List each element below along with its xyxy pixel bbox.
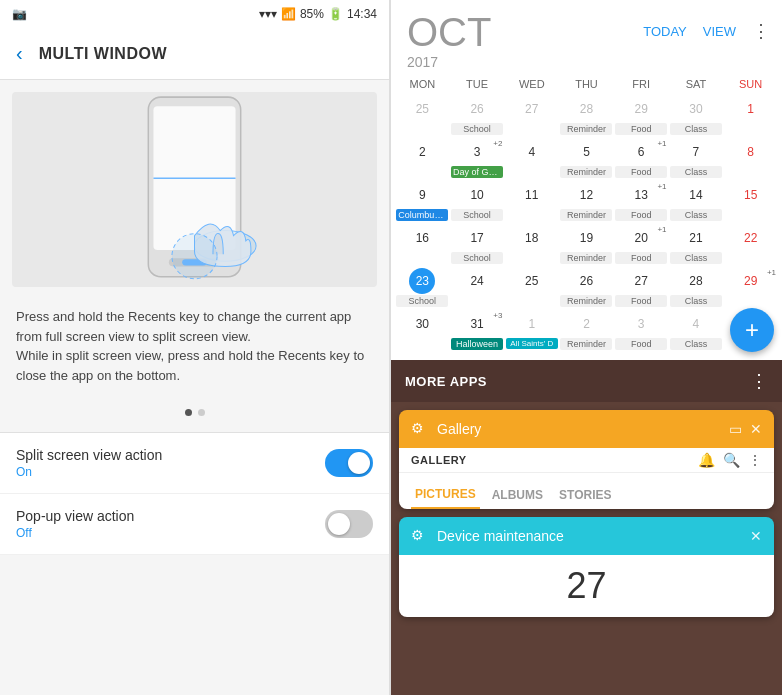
cal-day[interactable]: +23Day of Germ xyxy=(450,137,505,180)
calendar-header: OCT 2017 TODAY VIEW ⋮ xyxy=(391,0,782,74)
popup-view-toggle[interactable] xyxy=(325,510,373,538)
cal-day[interactable]: 2Reminder xyxy=(559,309,614,352)
cal-day[interactable]: 17School xyxy=(450,223,505,266)
cal-day[interactable]: 21Class xyxy=(669,223,724,266)
cal-day-today[interactable]: 23School xyxy=(395,266,450,309)
cal-day[interactable]: +331Halloween xyxy=(450,309,505,352)
days-header: MON TUE WED THU FRI SAT SUN xyxy=(395,74,778,94)
cal-day[interactable]: +120Food xyxy=(614,223,669,266)
cal-day[interactable]: 27 xyxy=(504,94,559,137)
month-name: OCT xyxy=(407,12,491,52)
week-6: 30 +331Halloween 1All Saints' D 2Reminde… xyxy=(395,309,778,352)
settings-section: Split screen view action On Pop-up view … xyxy=(0,432,389,555)
split-screen-setting: Split screen view action On xyxy=(0,433,389,494)
gallery-card-header: ⚙ Gallery ▭ ✕ xyxy=(399,410,774,448)
gallery-card[interactable]: ⚙ Gallery ▭ ✕ GALLERY 🔔 🔍 ⋮ xyxy=(399,410,774,509)
gallery-nav: PICTURES ALBUMS STORIES xyxy=(399,473,774,509)
calendar-section: OCT 2017 TODAY VIEW ⋮ MON TUE WED THU FR… xyxy=(391,0,782,360)
month-display: OCT 2017 xyxy=(407,12,491,70)
app-drawer-section: MORE APPS ⋮ ⚙ Gallery ▭ ✕ G xyxy=(391,360,782,695)
cal-day[interactable]: 1All Saints' D xyxy=(504,309,559,352)
battery-level: 85% xyxy=(300,7,324,21)
gallery-tab-albums[interactable]: ALBUMS xyxy=(488,482,547,508)
gallery-sub-icons: 🔔 🔍 ⋮ xyxy=(698,452,762,468)
gallery-sub-bar: GALLERY 🔔 🔍 ⋮ xyxy=(399,448,774,473)
week-4: 16 17School 18 19Reminder +120Food 21Cla… xyxy=(395,223,778,266)
view-button[interactable]: VIEW xyxy=(703,24,736,39)
cal-day[interactable]: 1 xyxy=(723,94,778,137)
phone-illustration xyxy=(12,92,377,287)
cal-day[interactable]: 3Food xyxy=(614,309,669,352)
cal-day[interactable]: 11 xyxy=(504,180,559,223)
phone-icon: 📷 xyxy=(12,7,27,21)
calendar-more-icon[interactable]: ⋮ xyxy=(752,20,770,42)
split-screen-labels: Split screen view action On xyxy=(16,447,162,479)
add-event-fab[interactable]: + xyxy=(730,308,774,352)
gallery-search-icon[interactable]: 🔍 xyxy=(723,452,740,468)
cal-day[interactable]: 16 xyxy=(395,223,450,266)
gallery-notif-icon[interactable]: 🔔 xyxy=(698,452,715,468)
cal-day[interactable]: 15 xyxy=(723,180,778,223)
cal-day[interactable]: 7Class xyxy=(669,137,724,180)
gallery-more-icon[interactable]: ⋮ xyxy=(748,452,762,468)
cal-day[interactable]: 14Class xyxy=(669,180,724,223)
cal-day[interactable]: +113Food xyxy=(614,180,669,223)
day-tue: TUE xyxy=(450,78,505,90)
page-title: MULTI WINDOW xyxy=(39,45,167,63)
gallery-icon: ⚙ xyxy=(411,420,429,438)
gallery-close-icon[interactable]: ✕ xyxy=(750,421,762,437)
dot-2 xyxy=(198,409,205,416)
week-2: 2 +23Day of Germ 4 5Reminder +16Food 7Cl… xyxy=(395,137,778,180)
cal-day[interactable]: 4 xyxy=(504,137,559,180)
maintenance-name: Device maintenance xyxy=(437,528,564,544)
cal-day[interactable]: 22 xyxy=(723,223,778,266)
day-wed: WED xyxy=(504,78,559,90)
cal-day[interactable]: 26School xyxy=(450,94,505,137)
app-drawer-more-icon[interactable]: ⋮ xyxy=(750,370,768,392)
back-button[interactable]: ‹ xyxy=(16,42,23,65)
cal-day[interactable]: 25 xyxy=(504,266,559,309)
cal-day[interactable]: 10School xyxy=(450,180,505,223)
cal-day[interactable]: 5Reminder xyxy=(559,137,614,180)
cal-day[interactable]: 2 xyxy=(395,137,450,180)
today-button[interactable]: TODAY xyxy=(643,24,687,39)
cal-day[interactable]: 9Columbus D xyxy=(395,180,450,223)
wifi-icon: ▾▾▾ xyxy=(259,7,277,21)
cal-day[interactable]: 30Class xyxy=(669,94,724,137)
right-panel: OCT 2017 TODAY VIEW ⋮ MON TUE WED THU FR… xyxy=(391,0,782,695)
gallery-tab-pictures[interactable]: PICTURES xyxy=(411,481,480,509)
week-1: 25 26School 27 28Reminder 29Food 30Class… xyxy=(395,94,778,137)
gallery-tab-stories[interactable]: STORIES xyxy=(555,482,615,508)
cal-day[interactable]: 28Reminder xyxy=(559,94,614,137)
cal-day[interactable]: 30 xyxy=(395,309,450,352)
maintenance-card-body: 27 xyxy=(399,555,774,617)
split-screen-toggle[interactable] xyxy=(325,449,373,477)
gallery-title-row: ⚙ Gallery xyxy=(411,420,481,438)
maintenance-card[interactable]: ⚙ Device maintenance ✕ 27 xyxy=(399,517,774,617)
cal-day[interactable]: 4Class xyxy=(669,309,724,352)
cal-day[interactable]: +16Food xyxy=(614,137,669,180)
left-panel: 📷 ▾▾▾ 📶 85% 🔋 14:34 ‹ MULTI WINDOW xyxy=(0,0,389,695)
maintenance-number: 27 xyxy=(411,565,762,607)
cal-day[interactable]: 28Class xyxy=(669,266,724,309)
status-right: ▾▾▾ 📶 85% 🔋 14:34 xyxy=(259,7,377,21)
cal-day[interactable]: 26Reminder xyxy=(559,266,614,309)
cal-day[interactable]: 24 xyxy=(450,266,505,309)
cal-day[interactable]: +129 xyxy=(723,266,778,309)
cal-day[interactable]: 8 xyxy=(723,137,778,180)
day-thu: THU xyxy=(559,78,614,90)
gallery-minimize-icon[interactable]: ▭ xyxy=(729,421,742,437)
cal-day[interactable]: 12Reminder xyxy=(559,180,614,223)
toggle-thumb-2 xyxy=(328,513,350,535)
cal-day[interactable]: 25 xyxy=(395,94,450,137)
cal-day[interactable]: 19Reminder xyxy=(559,223,614,266)
cal-day[interactable]: 29Food xyxy=(614,94,669,137)
dot-1 xyxy=(185,409,192,416)
cal-day[interactable]: 27Food xyxy=(614,266,669,309)
description-text: Press and hold the Recents key to change… xyxy=(0,299,389,401)
cal-day[interactable]: 18 xyxy=(504,223,559,266)
gallery-name: Gallery xyxy=(437,421,481,437)
app-drawer-title: MORE APPS xyxy=(405,374,487,389)
maintenance-close-icon[interactable]: ✕ xyxy=(750,528,762,544)
status-bar: 📷 ▾▾▾ 📶 85% 🔋 14:34 xyxy=(0,0,389,28)
